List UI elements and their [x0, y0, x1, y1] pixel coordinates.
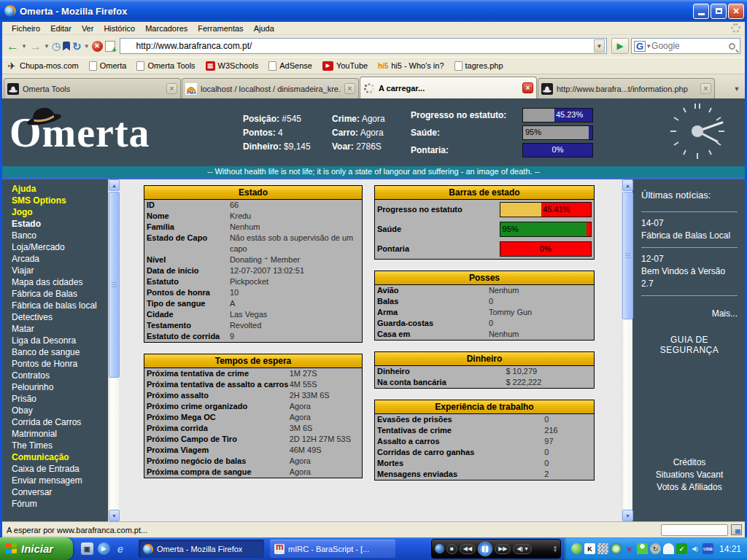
search-icon[interactable]: [729, 43, 735, 50]
security-guide-link[interactable]: GUIA DE SEGURANÇA: [641, 335, 738, 355]
sidebar-scrollbar[interactable]: ▲ ▼: [108, 179, 119, 521]
sidebar-item-arcada[interactable]: Arcada: [12, 253, 107, 265]
sidebar-item-pelourinho[interactable]: Pelourinho: [12, 381, 107, 393]
back-button[interactable]: ←: [7, 40, 19, 52]
forward-dropdown-icon[interactable]: ▼: [44, 43, 50, 50]
wmp-volume-button[interactable]: ◀) ▾: [513, 544, 531, 554]
scroll-up-icon[interactable]: ▲: [109, 179, 120, 191]
scrollbar-thumb[interactable]: [109, 192, 120, 378]
search-input[interactable]: [651, 41, 729, 51]
update-icon[interactable]: [650, 543, 661, 554]
tab-close-icon[interactable]: ×: [700, 83, 711, 94]
wmp-next-button[interactable]: ▶▶: [495, 544, 511, 554]
menu-histórico[interactable]: Histórico: [98, 24, 140, 33]
tab-active[interactable]: A carregar...×: [360, 77, 537, 98]
engine-dropdown-icon[interactable]: ▼: [646, 43, 651, 50]
minimize-button[interactable]: [693, 4, 709, 19]
tab-item[interactable]: http://www.barafra...t/information.php×: [538, 78, 715, 98]
sidebar-item-banco-de-sangue[interactable]: Banco de sangue: [12, 346, 107, 358]
sidebar-item-ajuda[interactable]: Ajuda: [12, 183, 107, 195]
sidebar-item-caixa-de-entrada[interactable]: Caixa de Entrada: [12, 463, 107, 475]
save-disk-icon[interactable]: [731, 524, 742, 535]
start-button[interactable]: Iniciar: [0, 537, 73, 560]
url-input[interactable]: [136, 41, 594, 51]
statusbar-input[interactable]: [661, 524, 728, 536]
grid-icon[interactable]: [597, 543, 608, 554]
bookmark-item[interactable]: Chupa-mos.com: [7, 61, 79, 71]
sidebar-item-estado[interactable]: Estado: [12, 218, 107, 230]
sidebar-item-conversar[interactable]: Conversar: [12, 486, 107, 498]
menu-marcadores[interactable]: Marcadores: [140, 24, 193, 33]
bookmark-item[interactable]: hi5 - Who's in?: [378, 61, 444, 71]
bookmark-item[interactable]: tagres.php: [454, 61, 503, 71]
antivirus-check-icon[interactable]: [676, 543, 687, 554]
restore-button[interactable]: [711, 4, 727, 19]
menu-editar[interactable]: Editar: [45, 24, 77, 33]
menu-ferramentas[interactable]: Ferramentas: [193, 24, 248, 33]
bookmark-icon[interactable]: [63, 42, 70, 51]
bookmark-item[interactable]: Omerta: [89, 61, 127, 71]
volume-icon[interactable]: [689, 543, 700, 554]
sidebar-item-the-times[interactable]: The Times: [12, 440, 107, 451]
tab-close-icon[interactable]: ×: [522, 82, 533, 93]
go-button[interactable]: ▶: [611, 38, 629, 54]
sidebar-item-loja-mercado[interactable]: Loja/Mercado: [12, 241, 107, 253]
msn-icon[interactable]: [624, 543, 635, 554]
media-player-icon[interactable]: ▶: [98, 542, 110, 555]
menu-ficheiro[interactable]: Ficheiro: [7, 24, 45, 33]
sidebar-item-matar[interactable]: Matar: [12, 323, 107, 335]
url-dropdown-button[interactable]: ▼: [594, 39, 605, 52]
green-orb-icon[interactable]: [571, 543, 582, 554]
scroll-down-icon[interactable]: ▼: [622, 510, 633, 521]
sidebar-item-liga-da-desonra[interactable]: Liga da Desonra: [12, 335, 107, 346]
scroll-up-icon[interactable]: ▲: [622, 179, 633, 191]
reload-dropdown-icon[interactable]: ▼: [84, 43, 90, 50]
kaspersky-icon[interactable]: [584, 543, 595, 554]
bookmark-item[interactable]: AdSense: [268, 61, 312, 71]
new-tab-icon[interactable]: [105, 41, 115, 52]
news-item-link[interactable]: Bem Vindos à Versão 2.7: [641, 265, 738, 290]
footer-link-situations-vacant[interactable]: Situations Vacant: [641, 469, 738, 481]
news-more-link[interactable]: Mais...: [641, 308, 738, 319]
bookmark-item[interactable]: W3Schools: [206, 61, 259, 71]
tab-item[interactable]: Omerta Tools×: [4, 78, 181, 98]
close-button[interactable]: ×: [728, 4, 744, 19]
tab-item[interactable]: PMAlocalhost / localhost / dinismadeira_…: [182, 78, 359, 98]
scroll-down-icon[interactable]: ▼: [109, 510, 120, 521]
sidebar-item-f-brica-de-balas-local[interactable]: Fábrica de balas local: [12, 300, 107, 311]
wmp-previous-button[interactable]: ◀◀: [460, 544, 476, 554]
sidebar-item-mapa-das-cidades[interactable]: Mapa das cidades: [12, 276, 107, 288]
camera-icon[interactable]: [611, 543, 622, 554]
stop-button[interactable]: ✕: [92, 41, 103, 52]
scrollbar-thumb[interactable]: [622, 192, 633, 319]
sidebar-item-pontos-de-honra[interactable]: Pontos de Honra: [12, 358, 107, 370]
forward-button[interactable]: →: [29, 40, 42, 52]
history-icon[interactable]: ◷: [52, 41, 61, 51]
sidebar-item-f-rum[interactable]: Fórum: [12, 498, 107, 510]
task-button-firefox[interactable]: Omerta - Mozilla Firefox: [139, 540, 264, 558]
news-item-link[interactable]: Fábrica de Balas Local: [641, 230, 738, 242]
bookmark-item[interactable]: Omerta Tools: [136, 61, 195, 71]
sidebar-item-contratos[interactable]: Contratos: [12, 370, 107, 381]
reload-button[interactable]: ↻: [72, 41, 82, 52]
sidebar-item-corrida-de-carros[interactable]: Corrida de Carros: [12, 416, 107, 428]
menu-ajuda[interactable]: Ajuda: [249, 24, 279, 33]
sidebar-item-obay[interactable]: Obay: [12, 405, 107, 416]
sidebar-item-viajar[interactable]: Viajar: [12, 265, 107, 276]
sidebar-item-banco[interactable]: Banco: [12, 230, 107, 241]
sidebar-item-matrimonial[interactable]: Matrimonial: [12, 428, 107, 440]
google-engine-icon[interactable]: G: [634, 41, 646, 52]
show-desktop-icon[interactable]: ▣: [81, 542, 93, 555]
bookmark-item[interactable]: YouTube: [322, 61, 368, 71]
sidebar-item-detectives[interactable]: Detectives: [12, 311, 107, 323]
dome-icon[interactable]: [663, 543, 674, 554]
tab-list-dropdown-icon[interactable]: ▼: [730, 79, 743, 98]
sidebar-item-sms-options[interactable]: SMS Options: [12, 195, 107, 206]
tab-close-icon[interactable]: ×: [166, 83, 177, 94]
wmp-restore-button[interactable]: ▲▼: [553, 545, 557, 553]
footer-link-cr-ditos[interactable]: Créditos: [641, 456, 738, 469]
sidebar-item-f-brica-de-balas[interactable]: Fábrica de Balas: [12, 288, 107, 300]
footer-link-votos-afiliados[interactable]: Votos & Afiliados: [641, 481, 738, 494]
wmp-stop-button[interactable]: ■: [446, 544, 457, 554]
usb-icon[interactable]: [703, 543, 713, 554]
